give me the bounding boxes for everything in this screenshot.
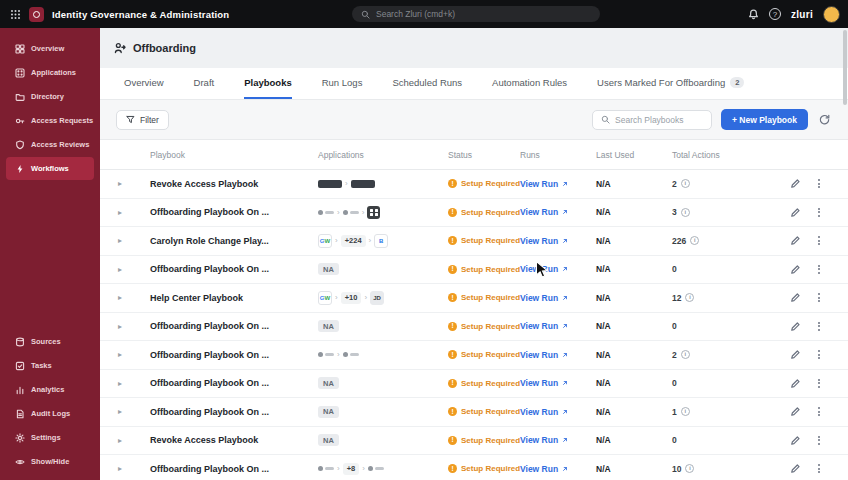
tab-draft[interactable]: Draft: [194, 68, 215, 99]
sidebar-item-directory[interactable]: Directory: [6, 85, 94, 108]
tab-overview[interactable]: Overview: [124, 68, 164, 99]
view-run-link[interactable]: View Run: [520, 378, 596, 388]
more-button[interactable]: [818, 436, 820, 445]
expand-chevron-icon[interactable]: ▸: [100, 436, 134, 445]
expand-chevron-icon[interactable]: ▸: [100, 236, 134, 245]
mouse-cursor: [534, 260, 552, 279]
scrollbar-thumb[interactable]: [843, 30, 847, 105]
playbook-name: Revoke Access Playbook: [134, 179, 318, 189]
table-row[interactable]: ▸Offboarding Playbook On ...NA!Setup Req…: [100, 256, 848, 285]
expand-chevron-icon[interactable]: ▸: [100, 350, 134, 359]
app-launcher-icon[interactable]: [10, 9, 21, 20]
help-icon[interactable]: ?: [769, 8, 781, 20]
sidebar-item-workflows[interactable]: Workflows: [6, 157, 94, 180]
sidebar-item-show-hide[interactable]: Show/Hide: [6, 450, 94, 473]
edit-button[interactable]: [790, 435, 801, 446]
expand-chevron-icon[interactable]: ▸: [100, 179, 134, 188]
tab-scheduled-runs[interactable]: Scheduled Runs: [392, 68, 462, 99]
sidebar-item-access-reviews[interactable]: Access Reviews: [6, 133, 94, 156]
global-search[interactable]: Search Zluri (cmd+k): [352, 6, 600, 22]
edit-button[interactable]: [790, 463, 801, 474]
view-run-link[interactable]: View Run: [520, 464, 596, 474]
sidebar-item-analytics[interactable]: Analytics: [6, 378, 94, 401]
expand-chevron-icon[interactable]: ▸: [100, 322, 134, 331]
table-row[interactable]: ▸Help Center PlaybookGW›+10›JD!Setup Req…: [100, 284, 848, 313]
more-button[interactable]: [818, 407, 820, 416]
sidebar-item-audit-logs[interactable]: Audit Logs: [6, 402, 94, 425]
more-button[interactable]: [818, 322, 820, 331]
expand-chevron-icon[interactable]: ▸: [100, 293, 134, 302]
sidebar-item-sources[interactable]: Sources: [6, 330, 94, 353]
tab-users-marked-for-offboarding[interactable]: Users Marked For Offboarding2: [597, 68, 744, 99]
playbook-search[interactable]: [592, 110, 712, 130]
view-run-link[interactable]: View Run: [520, 179, 596, 189]
edit-button[interactable]: [790, 235, 801, 246]
edit-button[interactable]: [790, 207, 801, 218]
more-button[interactable]: [818, 179, 820, 188]
sidebar-item-access-requests[interactable]: Access Requests: [6, 109, 94, 132]
playbook-name: Carolyn Role Change Play...: [134, 236, 318, 246]
playbook-search-input[interactable]: [615, 115, 703, 125]
more-button[interactable]: [818, 208, 820, 217]
refresh-button[interactable]: [817, 112, 832, 127]
view-run-link[interactable]: View Run: [520, 207, 596, 217]
table-row[interactable]: ▸Offboarding Playbook On ...›!Setup Requ…: [100, 341, 848, 370]
sidebar-item-tasks[interactable]: Tasks: [6, 354, 94, 377]
expand-chevron-icon[interactable]: ▸: [100, 407, 134, 416]
status-label: Setup Required: [461, 379, 520, 388]
sidebar-item-applications[interactable]: Applications: [6, 61, 94, 84]
more-button[interactable]: [818, 350, 820, 359]
expand-chevron-icon[interactable]: ▸: [100, 464, 134, 473]
tab-run-logs[interactable]: Run Logs: [322, 68, 363, 99]
tab-playbooks[interactable]: Playbooks: [244, 68, 292, 99]
expand-chevron-icon[interactable]: ▸: [100, 208, 134, 217]
scrollbar[interactable]: [843, 30, 847, 478]
edit-button[interactable]: [790, 292, 801, 303]
view-run-link[interactable]: View Run: [520, 236, 596, 246]
table-row[interactable]: ▸Revoke Access PlaybookNA!Setup Required…: [100, 427, 848, 456]
table-row[interactable]: ▸Offboarding Playbook On ...NA!Setup Req…: [100, 313, 848, 342]
expand-chevron-icon[interactable]: ▸: [100, 265, 134, 274]
notifications-icon[interactable]: [748, 9, 759, 20]
more-button[interactable]: [818, 464, 820, 473]
status-badge: !Setup Required: [448, 464, 520, 473]
table-row[interactable]: ▸Offboarding Playbook On ...››!Setup Req…: [100, 199, 848, 228]
view-run-label: View Run: [520, 179, 558, 189]
global-search-placeholder: Search Zluri (cmd+k): [376, 9, 455, 19]
more-button[interactable]: [818, 236, 820, 245]
row-actions: [782, 264, 848, 275]
more-button[interactable]: [818, 265, 820, 274]
arrow-icon: ›: [337, 208, 340, 217]
more-button[interactable]: [818, 293, 820, 302]
edit-button[interactable]: [790, 378, 801, 389]
external-link-icon: [561, 265, 569, 273]
total-actions-value: 0: [672, 435, 677, 445]
warning-icon: !: [448, 379, 457, 388]
view-run-link[interactable]: View Run: [520, 350, 596, 360]
sidebar-item-settings[interactable]: Settings: [6, 426, 94, 449]
edit-button[interactable]: [790, 178, 801, 189]
view-run-link[interactable]: View Run: [520, 264, 596, 274]
view-run-link[interactable]: View Run: [520, 321, 596, 331]
external-link-icon: [561, 180, 569, 188]
table-row[interactable]: ▸Offboarding Playbook On ...NA!Setup Req…: [100, 398, 848, 427]
filter-button[interactable]: Filter: [116, 110, 169, 130]
avatar[interactable]: [823, 6, 840, 23]
edit-button[interactable]: [790, 321, 801, 332]
table-row[interactable]: ▸Offboarding Playbook On ...›+8›!Setup R…: [100, 455, 848, 480]
expand-chevron-icon[interactable]: ▸: [100, 379, 134, 388]
tab-automation-rules[interactable]: Automation Rules: [492, 68, 567, 99]
edit-button[interactable]: [790, 406, 801, 417]
new-playbook-button[interactable]: + New Playbook: [721, 109, 808, 130]
edit-button[interactable]: [790, 264, 801, 275]
view-run-link[interactable]: View Run: [520, 293, 596, 303]
table-row[interactable]: ▸Revoke Access Playbook›!Setup RequiredV…: [100, 170, 848, 199]
sidebar-item-overview[interactable]: Overview: [6, 37, 94, 60]
edit-button[interactable]: [790, 349, 801, 360]
table-row[interactable]: ▸Carolyn Role Change Play...GW›+224›B!Se…: [100, 227, 848, 256]
more-button[interactable]: [818, 379, 820, 388]
sidebar: Overview Applications Directory Access R…: [0, 28, 100, 480]
table-row[interactable]: ▸Offboarding Playbook On ...NA!Setup Req…: [100, 370, 848, 399]
view-run-link[interactable]: View Run: [520, 435, 596, 445]
view-run-link[interactable]: View Run: [520, 407, 596, 417]
